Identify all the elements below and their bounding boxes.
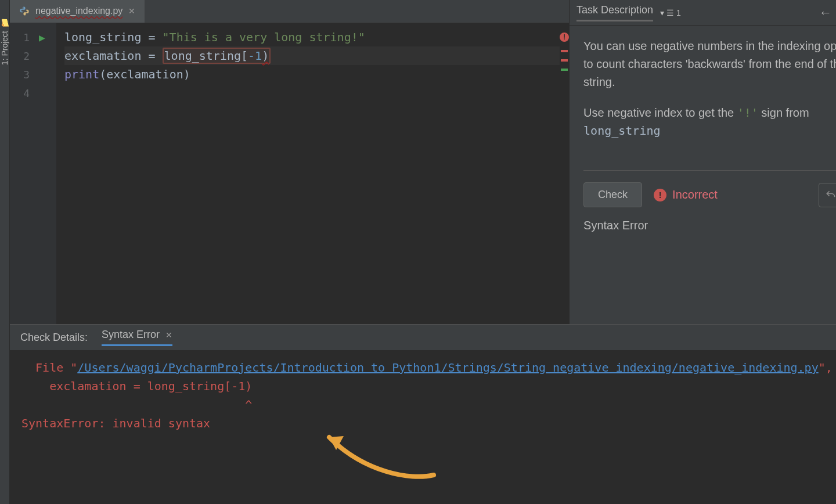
undo-button[interactable] <box>819 183 836 207</box>
status-badge: ! Incorrect <box>654 188 718 201</box>
task-error-title: Syntax Error <box>570 219 836 244</box>
editor-body[interactable]: 1 ▶ 2 3 4 long_string = "This is <box>10 23 569 324</box>
task-description: You can use negative numbers in the inde… <box>570 26 836 164</box>
line-number: 3 <box>10 69 33 81</box>
project-label: 1: Project <box>0 31 9 65</box>
ok-stripe[interactable] <box>561 69 568 71</box>
chevron-down-icon: ▾ <box>660 8 664 17</box>
run-gutter-icon[interactable]: ▶ <box>39 31 45 44</box>
console-line: exclamation = long_string[-1) <box>21 377 836 395</box>
code-line[interactable] <box>64 84 560 102</box>
divider <box>583 170 836 171</box>
svg-marker-0 <box>329 436 344 450</box>
task-actions: Check ! Incorrect <box>570 182 836 219</box>
task-panel: Task Description ▾☰1 ← → You can use neg… <box>569 0 836 324</box>
task-paragraph: Use negative index to get the '!' sign f… <box>583 104 836 140</box>
console-line: File "/Users/waggi/PycharmProjects/Intro… <box>21 358 836 377</box>
console-line: SyntaxError: invalid syntax <box>21 414 836 433</box>
error-stripe[interactable] <box>561 50 568 52</box>
check-details-header: Check Details: Syntax Error ✕ — <box>10 325 836 350</box>
error-stripe[interactable] <box>561 59 568 62</box>
marker-strip: ! <box>560 23 569 324</box>
python-file-icon <box>19 6 30 16</box>
line-number: 4 <box>10 87 33 99</box>
editor-pane: negative_indexing.py ✕ 1 ▶ 2 3 <box>10 0 569 324</box>
error-icon: ! <box>654 189 666 201</box>
left-tool-gutter: 1: Project 📁 <box>0 0 10 504</box>
editor-tab[interactable]: negative_indexing.py ✕ <box>10 0 145 23</box>
file-link[interactable]: /Users/waggi/PycharmProjects/Introductio… <box>77 361 818 375</box>
console-output[interactable]: File "/Users/waggi/PycharmProjects/Intro… <box>10 350 836 504</box>
check-button[interactable]: Check <box>583 182 642 207</box>
task-list-indicator[interactable]: ▾☰1 <box>660 8 681 17</box>
check-details-tab[interactable]: Syntax Error ✕ <box>102 329 172 346</box>
code-line[interactable]: exclamation = long_string[-1) <box>64 46 560 65</box>
editor-tabs: negative_indexing.py ✕ <box>10 0 569 23</box>
check-details-panel: Check Details: Syntax Error ✕ — File "/U… <box>10 324 836 504</box>
prev-task-button[interactable]: ← <box>816 3 835 22</box>
check-details-label: Check Details: <box>20 332 88 344</box>
console-line: ^ <box>21 395 836 414</box>
project-tool-tab[interactable]: 1: Project 📁 <box>0 17 9 65</box>
close-icon[interactable]: ✕ <box>128 6 135 16</box>
task-header: Task Description ▾☰1 ← → <box>570 0 836 26</box>
task-paragraph: You can use negative numbers in the inde… <box>583 37 836 91</box>
line-number: 1 <box>10 31 33 44</box>
editor-gutter: 1 ▶ 2 3 4 <box>10 23 56 324</box>
close-icon[interactable]: ✕ <box>165 330 172 340</box>
error-marker-icon[interactable]: ! <box>560 33 569 42</box>
task-title: Task Description <box>576 4 653 21</box>
line-number: 2 <box>10 50 33 62</box>
code-line[interactable]: print(exclamation) <box>64 65 560 84</box>
main-area: negative_indexing.py ✕ 1 ▶ 2 3 <box>10 0 836 504</box>
annotation-arrow-icon <box>318 426 445 484</box>
top-split: negative_indexing.py ✕ 1 ▶ 2 3 <box>10 0 836 324</box>
code-line[interactable]: long_string = "This is a very long strin… <box>64 28 560 46</box>
editor-tab-label: negative_indexing.py <box>35 6 122 16</box>
folder-icon: 📁 <box>0 18 10 27</box>
code-area[interactable]: long_string = "This is a very long strin… <box>56 23 560 324</box>
